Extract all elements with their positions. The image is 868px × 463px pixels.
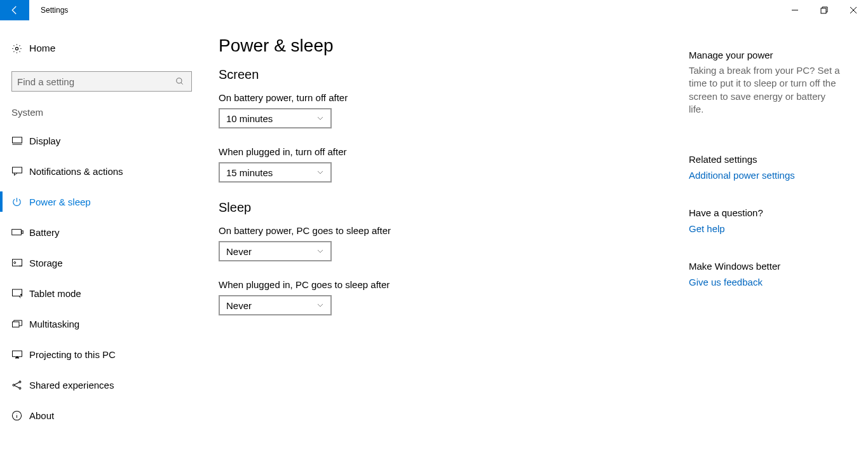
svg-point-21 — [19, 387, 21, 389]
screen-battery-label: On battery power, turn off after — [219, 92, 689, 103]
sleep-battery-label: On battery power, PC goes to sleep after — [219, 225, 689, 236]
screen-plugged-label: When plugged in, turn off after — [219, 146, 689, 157]
sidebar-item-notifications[interactable]: Notifications & actions — [0, 156, 203, 186]
power-icon — [11, 197, 29, 207]
dropdown-value: 10 minutes — [226, 113, 273, 124]
share-icon — [11, 380, 29, 390]
sidebar-item-tablet[interactable]: Tablet mode — [0, 278, 203, 308]
info-icon — [11, 410, 29, 421]
get-help-link[interactable]: Get help — [689, 223, 841, 234]
sidebar-item-label: Power & sleep — [29, 197, 91, 207]
gear-icon — [11, 43, 29, 54]
screen-plugged-dropdown[interactable]: 15 minutes — [219, 162, 332, 183]
close-button[interactable] — [839, 0, 868, 20]
svg-point-4 — [15, 47, 18, 50]
svg-rect-9 — [13, 167, 22, 173]
sidebar-item-about[interactable]: About — [0, 400, 203, 431]
sidebar-item-storage[interactable]: Storage — [0, 247, 203, 278]
chevron-down-icon — [316, 169, 324, 176]
svg-line-22 — [15, 382, 19, 385]
svg-line-23 — [15, 385, 19, 388]
search-box[interactable] — [11, 71, 192, 92]
sidebar-item-label: Projecting to this PC — [29, 349, 116, 360]
sidebar-item-power-sleep[interactable]: Power & sleep — [0, 186, 203, 217]
chevron-down-icon — [316, 247, 324, 255]
monitor-icon — [11, 136, 29, 145]
search-icon — [173, 77, 186, 86]
right-panel: Manage your power Taking a break from yo… — [689, 36, 854, 463]
back-button[interactable] — [0, 0, 29, 20]
sidebar-item-label: Battery — [29, 227, 60, 238]
svg-rect-11 — [22, 231, 23, 233]
sidebar-item-multitasking[interactable]: Multitasking — [0, 308, 203, 339]
project-icon — [11, 350, 29, 359]
search-input[interactable] — [17, 76, 173, 87]
related-settings-heading: Related settings — [689, 154, 841, 165]
svg-point-16 — [20, 294, 22, 296]
multitasking-icon — [11, 319, 29, 328]
sidebar-item-label: Multitasking — [29, 319, 79, 329]
battery-icon — [11, 228, 29, 236]
chevron-down-icon — [316, 301, 324, 309]
svg-point-19 — [13, 384, 15, 386]
additional-power-link[interactable]: Additional power settings — [689, 170, 841, 181]
sidebar-item-label: Shared experiences — [29, 380, 114, 390]
svg-rect-7 — [13, 137, 22, 143]
svg-rect-18 — [13, 351, 22, 357]
home-label: Home — [29, 43, 55, 54]
manage-power-heading: Manage your power — [689, 50, 841, 60]
speech-icon — [11, 166, 29, 176]
dropdown-value: Never — [226, 300, 252, 311]
better-heading: Make Windows better — [689, 261, 841, 272]
sleep-plugged-dropdown[interactable]: Never — [219, 295, 332, 315]
sidebar: Home System Display Notifications & acti… — [0, 20, 203, 463]
svg-rect-1 — [821, 8, 826, 13]
svg-point-5 — [177, 78, 182, 83]
sidebar-item-label: Notifications & actions — [29, 166, 123, 177]
sidebar-item-label: Display — [29, 135, 60, 146]
question-heading: Have a question? — [689, 207, 841, 218]
dropdown-value: Never — [226, 246, 252, 257]
page-title: Power & sleep — [219, 36, 689, 56]
main-content: Power & sleep Screen On battery power, t… — [219, 36, 689, 463]
sleep-battery-dropdown[interactable]: Never — [219, 241, 332, 261]
storage-icon — [11, 258, 29, 267]
tablet-icon — [11, 288, 29, 298]
chevron-down-icon — [316, 114, 324, 122]
svg-point-13 — [14, 262, 16, 264]
svg-rect-10 — [12, 230, 22, 235]
sleep-plugged-label: When plugged in, PC goes to sleep after — [219, 279, 689, 290]
svg-rect-17 — [13, 322, 20, 327]
sidebar-item-projecting[interactable]: Projecting to this PC — [0, 339, 203, 370]
sidebar-item-label: About — [29, 410, 54, 421]
section-sleep: Sleep — [219, 200, 689, 215]
sidebar-item-label: Tablet mode — [29, 288, 81, 299]
home-nav[interactable]: Home — [0, 38, 203, 59]
maximize-button[interactable] — [810, 0, 839, 20]
sidebar-item-shared[interactable]: Shared experiences — [0, 370, 203, 400]
manage-power-text: Taking a break from your PC? Set a time … — [689, 64, 841, 116]
screen-battery-dropdown[interactable]: 10 minutes — [219, 108, 332, 128]
category-label: System — [0, 107, 203, 118]
sidebar-item-display[interactable]: Display — [0, 125, 203, 156]
dropdown-value: 15 minutes — [226, 167, 273, 178]
window-controls — [780, 0, 868, 20]
svg-point-20 — [19, 381, 21, 383]
feedback-link[interactable]: Give us feedback — [689, 277, 841, 287]
svg-line-6 — [181, 83, 183, 85]
window-title: Settings — [41, 6, 68, 15]
sidebar-item-battery[interactable]: Battery — [0, 217, 203, 247]
minimize-button[interactable] — [780, 0, 810, 20]
section-screen: Screen — [219, 67, 689, 82]
sidebar-item-label: Storage — [29, 258, 63, 268]
titlebar: Settings — [0, 0, 868, 20]
